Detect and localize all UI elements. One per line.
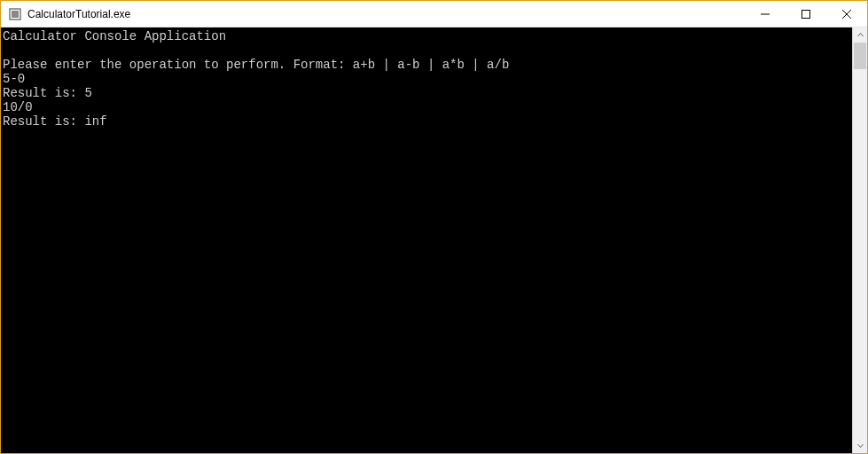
close-button[interactable] [826,1,867,27]
window-title: CalculatorTutorial.exe [27,8,745,20]
application-window: CalculatorTutorial.exe Calculator Consol [0,0,868,454]
scroll-thumb[interactable] [854,43,866,69]
minimize-icon [761,10,770,19]
scroll-up-arrow[interactable] [853,27,867,43]
console-output[interactable]: Calculator Console Application Please en… [1,27,852,453]
minimize-button[interactable] [745,1,786,27]
maximize-button[interactable] [786,1,826,27]
scroll-down-arrow[interactable] [853,438,867,453]
app-icon [8,7,22,21]
content-area: Calculator Console Application Please en… [1,27,867,453]
window-controls [745,1,867,27]
vertical-scrollbar[interactable] [852,27,867,453]
chevron-up-icon [857,32,864,38]
svg-rect-3 [802,10,810,18]
maximize-icon [802,10,810,19]
close-icon [842,10,851,19]
svg-rect-1 [12,11,19,18]
scroll-track[interactable] [853,43,867,438]
chevron-down-icon [857,442,864,449]
titlebar[interactable]: CalculatorTutorial.exe [1,1,867,27]
